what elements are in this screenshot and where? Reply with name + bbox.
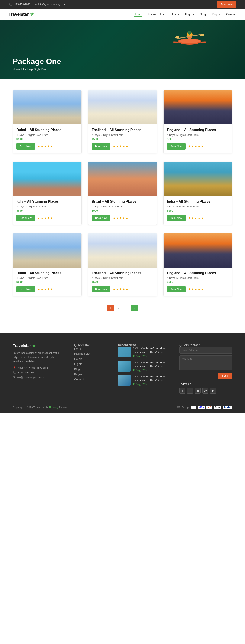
stars-brazil: ★★★★★ [113,216,128,220]
topbar-book-button[interactable]: Book Now [217,1,236,8]
breadcrumb-home[interactable]: Home [13,68,20,71]
news-link-2[interactable]: A Clean Website Gives More Experience To… [133,361,171,368]
nav-item-package-list[interactable]: Package List [148,12,165,16]
footer-link-home-anchor[interactable]: Home [74,347,82,350]
nav-item-blog[interactable]: Blog [200,12,206,16]
news-link-1[interactable]: A Clean Website Gives More Experience To… [133,347,171,354]
stars-thailand1: ★★★★★ [113,145,128,148]
page-button-3[interactable]: 3 [123,305,130,312]
social-linkedin[interactable]: in [195,388,201,394]
footer-link-package-list[interactable]: Package List [74,352,109,355]
package-footer-brazil: Book Now ★★★★★ [92,215,153,221]
news-item-3: A Clean Website Gives More Experience To… [118,375,171,386]
theme-link[interactable]: Ecology [49,406,58,409]
footer-about-col: Travelstar ★ Lorem ipsum dolor sit amet … [13,344,66,394]
package-image-england1 [164,90,232,124]
copyright-text: Copyright © 2019 Travelstar By [13,406,48,409]
package-price-dubai2: $500 [17,280,78,284]
social-youtube[interactable]: ▶ [210,388,216,394]
package-footer-england2: Book Now ★★★★★ [167,286,228,292]
nav-link-package-list[interactable]: Package List [148,12,165,16]
footer-link-flights-anchor[interactable]: Flights [74,362,82,366]
news-item-2: A Clean Website Gives More Experience To… [118,361,171,372]
nav-item-contact[interactable]: Contact [226,12,236,16]
package-body-thailand2: Thailand – All Stunning Places 4 Days, 5… [88,268,157,296]
package-footer-india: Book Now ★★★★★ [167,215,228,221]
package-image-england2 [164,234,232,268]
book-now-button-italy[interactable]: Book Now [17,215,35,221]
book-now-button-thailand1[interactable]: Book Now [92,143,110,150]
location-icon: 📍 [13,366,16,370]
book-now-button-brazil[interactable]: Book Now [92,215,110,221]
stars-italy: ★★★★★ [38,216,53,220]
stars-india: ★★★★★ [188,216,204,220]
news-date-2: 12 July, 2019 [133,369,171,372]
nav-link-blog[interactable]: Blog [200,12,206,16]
package-footer-italy: Book Now ★★★★★ [17,215,78,221]
social-facebook[interactable]: f [179,388,185,394]
footer-link-hotels[interactable]: Hotels [74,357,109,360]
follow-us-title: Follow Us [179,382,232,386]
footer-link-hotels-anchor[interactable]: Hotels [74,357,82,360]
svg-point-1 [188,31,191,34]
payment-icons: We Accept: cc VISA MC Bank PayPal [177,406,232,409]
package-card-england2: England – All Stunning Places 4 Days, 5 … [163,233,232,296]
package-desc-thailand2: 4 Days, 5 Nights Start From [92,276,153,280]
contact-message-input[interactable] [179,355,232,370]
footer-link-blog[interactable]: Blog [74,367,109,371]
news-link-3[interactable]: A Clean Website Gives More Experience To… [133,375,171,382]
footer-link-package-list-anchor[interactable]: Package List [74,352,90,355]
book-now-button-thailand2[interactable]: Book Now [92,286,110,292]
footer-link-pages-anchor[interactable]: Pages [74,372,82,376]
package-title-italy: Italy – All Stunning Places [17,200,78,204]
package-price-england2: $500 [167,280,228,284]
nav-item-pages[interactable]: Pages [212,12,220,16]
main-nav: Travelstar ★ Home Package List Hotels Fl… [0,9,245,20]
nav-link-contact[interactable]: Contact [226,12,236,16]
news-item-1: A Clean Website Gives More Experience To… [118,347,171,358]
book-now-button-dubai2[interactable]: Book Now [17,286,35,292]
book-now-button-england2[interactable]: Book Now [167,286,185,292]
nav-item-hotels[interactable]: Hotels [171,12,179,16]
nav-item-home[interactable]: Home [134,12,142,16]
nav-link-hotels[interactable]: Hotels [171,12,179,16]
nav-link-flights[interactable]: Flights [185,12,194,16]
footer-link-pages[interactable]: Pages [74,372,109,376]
social-googleplus[interactable]: G+ [202,388,208,394]
nav-item-flights[interactable]: Flights [185,12,194,16]
nav-link-pages[interactable]: Pages [212,12,220,16]
footer-link-flights[interactable]: Flights [74,362,109,366]
package-price-italy: $500 [17,209,78,212]
package-title-india: India – All Stunning Places [167,200,228,204]
nav-link-home[interactable]: Home [134,12,142,17]
package-desc-brazil: 4 Days, 5 Nights Start From [92,205,153,208]
topbar-left: 📞 +123-456-7890 ✉ info@yourcompany.com [9,3,66,6]
email-address: info@yourcompany.com [38,3,66,6]
package-title-england1: England – All Stunning Places [167,128,228,132]
footer-link-contact-anchor[interactable]: Contact [74,378,84,381]
footer-link-home[interactable]: Home [74,347,109,350]
page-button-2[interactable]: 2 [115,305,122,312]
page-button-1[interactable]: 1 [107,305,114,312]
footer-link-contact[interactable]: Contact [74,378,109,381]
book-now-button-india[interactable]: Book Now [167,215,185,221]
package-desc-england2: 4 Days, 5 Nights Start From [167,276,228,280]
book-now-button-dubai1[interactable]: Book Now [17,143,35,150]
news-text-2: A Clean Website Gives More Experience To… [133,361,171,372]
stars-england2: ★★★★★ [188,288,204,291]
contact-email-input[interactable] [179,347,232,354]
email-icon-footer: ✉ [13,376,15,379]
nav-links: Home Package List Hotels Flights Blog Pa… [134,12,236,16]
footer-link-blog-anchor[interactable]: Blog [74,368,80,371]
footer: Travelstar ★ Lorem ipsum dolor sit amet … [0,333,245,413]
footer-news-col: Recent News A Clean Website Gives More E… [118,344,171,394]
package-price-brazil: $500 [92,209,153,212]
book-now-button-england1[interactable]: Book Now [167,143,185,150]
payment-bank: Bank [214,406,221,409]
package-footer-dubai2: Book Now ★★★★★ [17,286,78,292]
social-twitter[interactable]: t [187,388,193,394]
package-desc-india: 4 Days, 5 Nights Start From [167,205,228,208]
send-button[interactable]: Send [218,372,232,379]
page-next-button[interactable]: › [131,305,138,312]
topbar: 📞 +123-456-7890 ✉ info@yourcompany.com B… [0,0,245,9]
